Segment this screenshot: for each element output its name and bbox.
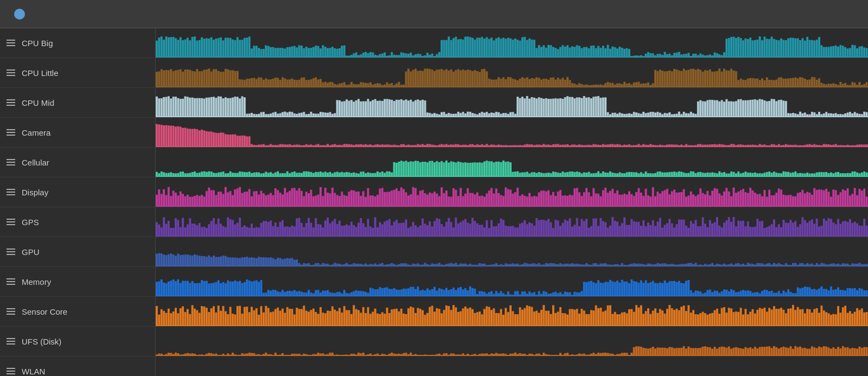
sidebar-item-cpu-little[interactable]: CPU Little xyxy=(0,58,155,88)
header-left xyxy=(9,9,25,20)
help-icon[interactable] xyxy=(14,9,25,20)
chart-canvas xyxy=(156,28,868,58)
hamburger-icon xyxy=(7,278,15,285)
sidebar-label: Display xyxy=(22,188,48,197)
chart-canvas xyxy=(156,88,868,117)
chart-row-ufs-(disk) xyxy=(156,327,868,356)
sidebar-item-ufs-(disk)[interactable]: UFS (Disk) xyxy=(0,327,155,356)
sidebar-label: WLAN xyxy=(22,367,45,376)
sidebar: CPU BigCPU LittleCPU MidCameraCellularDi… xyxy=(0,28,156,376)
hamburger-icon xyxy=(7,69,15,76)
hamburger-icon xyxy=(7,219,15,225)
sidebar-item-display[interactable]: Display xyxy=(0,177,155,207)
sidebar-label: CPU Mid xyxy=(22,98,54,107)
sidebar-item-cpu-mid[interactable]: CPU Mid xyxy=(0,88,155,118)
chart-canvas xyxy=(156,297,868,326)
header xyxy=(0,0,868,28)
charts-area xyxy=(156,28,868,376)
hamburger-icon xyxy=(7,368,15,374)
hamburger-icon xyxy=(7,129,15,136)
content: CPU BigCPU LittleCPU MidCameraCellularDi… xyxy=(0,28,868,376)
chart-canvas xyxy=(156,356,868,376)
sidebar-label: GPS xyxy=(22,218,39,227)
chart-row-cpu-little xyxy=(156,58,868,88)
sidebar-item-cpu-big[interactable]: CPU Big xyxy=(0,28,155,58)
chart-row-cpu-mid xyxy=(156,88,868,118)
chart-row-display xyxy=(156,177,868,207)
sidebar-item-memory[interactable]: Memory xyxy=(0,267,155,297)
sidebar-label: CPU Big xyxy=(22,39,53,48)
chart-row-sensor-core xyxy=(156,297,868,327)
chart-row-gps xyxy=(156,207,868,237)
chart-row-camera xyxy=(156,118,868,148)
hamburger-icon xyxy=(7,189,15,195)
sidebar-item-wlan[interactable]: WLAN xyxy=(0,356,155,376)
sidebar-label: Cellular xyxy=(22,158,49,167)
chart-canvas xyxy=(156,118,868,147)
sidebar-label: CPU Little xyxy=(22,68,59,78)
collapse-icon[interactable] xyxy=(855,12,859,16)
chart-row-gpu xyxy=(156,237,868,267)
more-icon[interactable] xyxy=(842,12,846,16)
chart-canvas xyxy=(156,148,868,177)
sidebar-item-cellular[interactable]: Cellular xyxy=(0,148,155,177)
hamburger-icon xyxy=(7,308,15,315)
chart-row-wlan xyxy=(156,356,868,376)
chart-row-cellular xyxy=(156,148,868,177)
sidebar-label: UFS (Disk) xyxy=(22,337,61,346)
sidebar-label: Memory xyxy=(22,277,51,286)
hamburger-icon xyxy=(7,338,15,345)
header-right xyxy=(842,12,859,16)
chart-canvas xyxy=(156,237,868,266)
chart-row-cpu-big xyxy=(156,28,868,58)
sidebar-item-gpu[interactable]: GPU xyxy=(0,237,155,267)
chart-canvas xyxy=(156,58,868,87)
hamburger-icon xyxy=(7,40,15,46)
chart-canvas xyxy=(156,207,868,237)
hamburger-icon xyxy=(7,159,15,165)
chart-canvas xyxy=(156,327,868,356)
sidebar-label: GPU xyxy=(22,247,40,257)
chart-canvas xyxy=(156,177,868,207)
sidebar-item-camera[interactable]: Camera xyxy=(0,118,155,148)
chart-row-memory xyxy=(156,267,868,297)
hamburger-icon xyxy=(7,99,15,106)
sidebar-item-gps[interactable]: GPS xyxy=(0,207,155,237)
sidebar-item-sensor-core[interactable]: Sensor Core xyxy=(0,297,155,327)
sidebar-label: Camera xyxy=(22,128,50,137)
hamburger-icon xyxy=(7,248,15,255)
chart-canvas xyxy=(156,267,868,296)
sidebar-label: Sensor Core xyxy=(22,307,67,316)
